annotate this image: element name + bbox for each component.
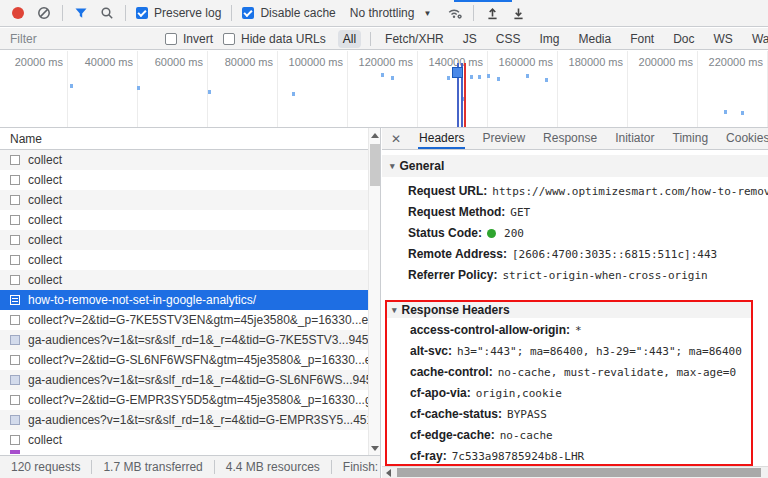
request-row[interactable]: collect bbox=[0, 150, 368, 170]
record-button[interactable] bbox=[10, 5, 26, 21]
clear-button[interactable] bbox=[36, 5, 52, 21]
tab-initiator[interactable]: Initiator bbox=[614, 128, 655, 149]
header-value: no-cache, must-revalidate, max-age=0 bbox=[498, 366, 736, 379]
checkbox-checked-icon bbox=[242, 7, 254, 19]
request-row[interactable]: collect?v=2&tid=G-SL6NF6WSFN&gtm=45je358… bbox=[0, 350, 368, 370]
request-row[interactable]: collect bbox=[0, 250, 368, 270]
request-name: collect bbox=[28, 193, 62, 207]
filter-chip-doc[interactable]: Doc bbox=[668, 30, 699, 48]
throttling-dropdown[interactable]: No throttling ▼ bbox=[350, 6, 432, 20]
invert-checkbox[interactable]: Invert bbox=[165, 32, 213, 46]
disable-cache-checkbox[interactable]: Disable cache bbox=[242, 6, 335, 20]
request-row[interactable]: collect bbox=[0, 190, 368, 210]
throttling-value: No throttling bbox=[350, 6, 415, 20]
timeline-tick-label: 60000 ms bbox=[129, 56, 203, 68]
xhr-resource-icon bbox=[10, 275, 20, 285]
filter-chip-css[interactable]: CSS bbox=[491, 30, 526, 48]
horizontal-scrollbar[interactable] bbox=[382, 466, 768, 478]
tab-cookies[interactable]: Cookies bbox=[725, 128, 768, 149]
request-row[interactable]: ga-audiences?v=1&t=sr&slf_rd=1&_r=4&tid=… bbox=[0, 410, 368, 430]
filter-chip-all[interactable]: All bbox=[338, 30, 361, 48]
toolbar-divider bbox=[125, 5, 126, 21]
requests-panel: Name collectcollectcollectcollectcollect… bbox=[0, 128, 381, 478]
scrollbar-thumb[interactable] bbox=[397, 468, 761, 477]
close-icon: ✕ bbox=[391, 132, 401, 146]
timeline-tick-label: 40000 ms bbox=[59, 56, 133, 68]
request-activity-tick bbox=[497, 77, 500, 81]
filter-chip-js[interactable]: JS bbox=[458, 30, 482, 48]
scroll-up-arrow[interactable] bbox=[369, 129, 380, 141]
hide-data-urls-checkbox[interactable]: Hide data URLs bbox=[223, 32, 326, 46]
general-section-header[interactable]: ▾ General bbox=[382, 155, 768, 177]
xhr-resource-icon bbox=[10, 175, 20, 185]
checkbox-unchecked-icon bbox=[223, 33, 235, 45]
general-section-title: General bbox=[400, 159, 445, 173]
request-name: collect bbox=[28, 233, 62, 247]
request-row[interactable]: ga-audiences?v=1&t=sr&slf_rd=1&_r=4&tid=… bbox=[0, 370, 368, 390]
font-resource-icon bbox=[10, 450, 20, 454]
request-row[interactable]: ga-audiences?v=1&t=sr&slf_rd=1&_r=4&tid=… bbox=[0, 330, 368, 350]
network-conditions-button[interactable] bbox=[447, 5, 463, 21]
filter-chip-img[interactable]: Img bbox=[534, 30, 564, 48]
partial-request-row bbox=[0, 450, 368, 454]
filter-input[interactable] bbox=[10, 32, 145, 46]
scroll-down-arrow[interactable] bbox=[369, 442, 380, 454]
tab-response[interactable]: Response bbox=[542, 128, 598, 149]
filter-chip-media[interactable]: Media bbox=[573, 30, 616, 48]
export-har-button[interactable] bbox=[510, 5, 526, 21]
name-column-header[interactable]: Name bbox=[0, 128, 380, 150]
request-row[interactable]: collect?v=2&tid=G-EMPR3SY5D5&gtm=45je358… bbox=[0, 390, 368, 410]
header-item: Status Code:200 bbox=[382, 223, 768, 244]
filter-toggle-button[interactable] bbox=[73, 5, 89, 21]
tab-preview[interactable]: Preview bbox=[481, 128, 526, 149]
scroll-left-arrow[interactable] bbox=[382, 467, 395, 478]
header-name: cf-apo-via: bbox=[410, 386, 471, 400]
triangle-down-icon bbox=[371, 446, 379, 451]
tab-headers[interactable]: Headers bbox=[418, 128, 465, 149]
timeline-tick-label: 220000 ms bbox=[689, 56, 763, 68]
preserve-log-checkbox[interactable]: Preserve log bbox=[136, 6, 221, 20]
header-item: alt-svc:h3=":443"; ma=86400, h3-29=":443… bbox=[387, 341, 751, 362]
request-row[interactable]: collect bbox=[0, 170, 368, 190]
header-value: [2606:4700:3035::6815:511c]:443 bbox=[512, 248, 717, 261]
summary-item: Finish: 3.4 min bbox=[332, 460, 380, 474]
xhr-resource-icon bbox=[10, 435, 20, 445]
request-row[interactable]: collect?v=2&tid=G-7KE5STV3EN&gtm=45je358… bbox=[0, 310, 368, 330]
request-row[interactable]: how-to-remove-not-set-in-google-analytic… bbox=[0, 290, 368, 310]
header-item: cf-cache-status:BYPASS bbox=[387, 404, 751, 425]
document-icon bbox=[10, 295, 20, 305]
hide-data-urls-label: Hide data URLs bbox=[241, 32, 326, 46]
ping-resource-icon bbox=[10, 375, 20, 385]
header-item: Request Method:GET bbox=[382, 202, 768, 223]
filter-chip-font[interactable]: Font bbox=[625, 30, 659, 48]
active-panel-tab-indicator bbox=[454, 0, 512, 2]
timeline-overview[interactable]: 20000 ms40000 ms60000 ms80000 ms100000 m… bbox=[0, 51, 768, 128]
request-row[interactable]: collect bbox=[0, 230, 368, 250]
request-activity-tick bbox=[741, 111, 744, 115]
block-circle-icon bbox=[37, 6, 51, 20]
request-name: collect bbox=[28, 173, 62, 187]
filter-chip-fetch-xhr[interactable]: Fetch/XHR bbox=[380, 30, 449, 48]
header-name: Request URL: bbox=[408, 184, 487, 198]
header-name: cf-cache-status: bbox=[410, 407, 502, 421]
request-row[interactable]: collect bbox=[0, 210, 368, 230]
vertical-scrollbar[interactable] bbox=[368, 128, 380, 455]
header-name: access-control-allow-origin: bbox=[410, 323, 570, 337]
details-tab-bar: ✕ HeadersPreviewResponseInitiatorTimingC… bbox=[382, 128, 768, 150]
request-activity-tick bbox=[478, 75, 481, 79]
scrollbar-thumb[interactable] bbox=[370, 144, 380, 186]
request-row[interactable]: collect bbox=[0, 430, 368, 450]
tab-timing[interactable]: Timing bbox=[672, 128, 710, 149]
filter-chip-wasm[interactable]: Wasm bbox=[747, 30, 768, 48]
request-activity-tick bbox=[70, 84, 73, 88]
close-details-button[interactable]: ✕ bbox=[382, 128, 410, 149]
header-name: Remote Address: bbox=[408, 247, 507, 261]
import-har-button[interactable] bbox=[484, 5, 500, 21]
filter-chip-ws[interactable]: WS bbox=[709, 30, 738, 48]
disable-cache-label: Disable cache bbox=[260, 6, 335, 20]
request-row[interactable]: collect bbox=[0, 270, 368, 290]
search-button[interactable] bbox=[99, 5, 115, 21]
response-headers-section-header[interactable]: ▾ Response Headers bbox=[387, 302, 751, 318]
toolbar-divider bbox=[473, 5, 474, 21]
header-name: cf-ray: bbox=[410, 449, 447, 463]
